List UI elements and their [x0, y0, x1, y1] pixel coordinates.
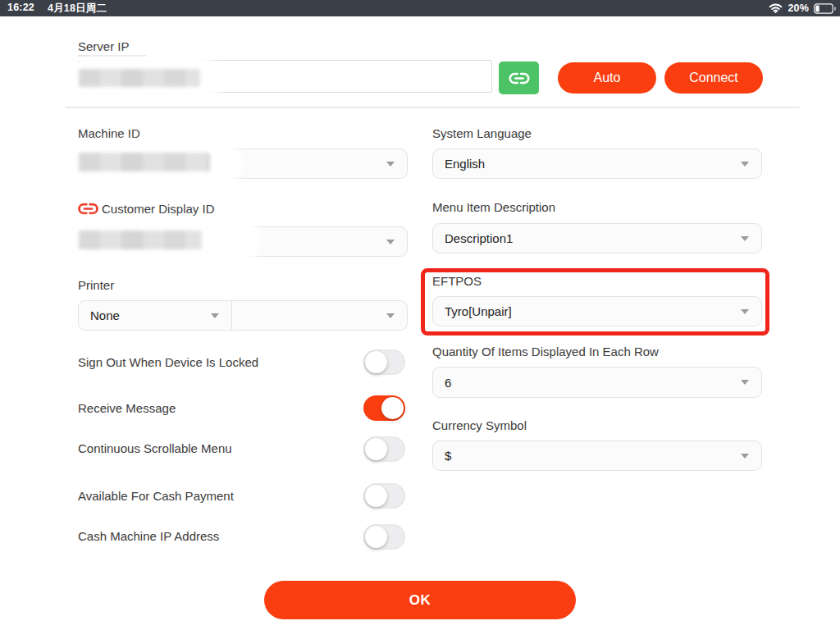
- toggle-receive-message[interactable]: [363, 395, 405, 421]
- chevron-down-icon: [386, 313, 395, 318]
- chevron-down-icon: [386, 240, 395, 244]
- toggle-available-for-cash-payment[interactable]: [363, 483, 405, 509]
- toggle-knob: [365, 485, 387, 507]
- toggle-label-cash-machine-ip-address: Cash Machine IP Address: [78, 529, 219, 544]
- currency-symbol-value: $: [433, 449, 451, 463]
- wifi-icon: [769, 3, 783, 13]
- printer-dropdown-group: None: [78, 300, 408, 331]
- printer-dropdown-right[interactable]: [232, 301, 407, 330]
- link-icon: [508, 71, 531, 85]
- toggle-sign-out[interactable]: [363, 349, 405, 375]
- status-bar: 16:22 4月18日周二 20%: [0, 0, 840, 16]
- ok-button[interactable]: OK: [264, 581, 576, 619]
- customer-display-id-label: Customer Display ID: [102, 202, 215, 217]
- quantity-per-row-label: Quantity Of Items Displayed In Each Row: [432, 345, 659, 359]
- status-time: 16:22: [7, 2, 34, 16]
- chevron-down-icon: [741, 162, 749, 167]
- status-date: 4月18日周二: [48, 2, 107, 16]
- toggle-knob: [365, 526, 387, 548]
- eftpos-label: EFTPOS: [432, 274, 482, 289]
- section-divider: [66, 107, 800, 108]
- chevron-down-icon: [741, 236, 749, 241]
- currency-symbol-label: Currency Symbol: [432, 418, 527, 433]
- menu-item-description-label: Menu Item Description: [432, 200, 555, 215]
- printer-value-left: None: [79, 308, 120, 322]
- chevron-down-icon: [741, 454, 749, 459]
- server-ip-label: Server IP: [78, 39, 130, 54]
- currency-symbol-dropdown[interactable]: $: [432, 441, 762, 471]
- settings-screen: 16:22 4月18日周二 20% Serve: [0, 0, 840, 630]
- menu-item-description-value: Description1: [433, 231, 513, 245]
- system-language-dropdown[interactable]: English: [432, 148, 762, 179]
- toggle-continuous-scrollable-menu[interactable]: [363, 436, 405, 462]
- toggle-knob: [381, 397, 404, 419]
- eftpos-dropdown[interactable]: Tyro[Unpair]: [432, 296, 762, 326]
- customer-display-link-icon: [77, 202, 99, 216]
- eftpos-value: Tyro[Unpair]: [433, 304, 512, 318]
- link-button[interactable]: [499, 62, 539, 94]
- printer-label: Printer: [78, 278, 114, 293]
- system-language-label: System Language: [432, 126, 532, 141]
- chevron-down-icon: [741, 309, 749, 314]
- toggle-label-available-for-cash-payment: Available For Cash Payment: [78, 489, 234, 504]
- chevron-down-icon: [211, 313, 219, 318]
- server-ip-redacted-value: [79, 69, 200, 87]
- toggle-label-receive-message: Receive Message: [78, 401, 176, 416]
- toggle-cash-machine-ip-address[interactable]: [363, 524, 405, 550]
- status-bar-right: 20%: [769, 2, 840, 14]
- status-bar-left: 16:22 4月18日周二: [0, 2, 107, 16]
- menu-item-description-dropdown[interactable]: Description1: [432, 223, 762, 253]
- battery-percent: 20%: [788, 2, 809, 14]
- toggle-label-continuous-scrollable-menu: Continuous Scrollable Menu: [78, 441, 232, 456]
- quantity-per-row-value: 6: [433, 376, 451, 390]
- chevron-down-icon: [741, 380, 749, 385]
- customer-display-redacted-value: [79, 231, 202, 249]
- auto-button[interactable]: Auto: [558, 62, 656, 94]
- machine-id-redacted-value: [79, 153, 210, 171]
- toggle-knob: [365, 438, 387, 460]
- chevron-down-icon: [386, 162, 395, 167]
- system-language-value: English: [433, 157, 485, 171]
- toggle-knob: [365, 351, 387, 373]
- quantity-per-row-dropdown[interactable]: 6: [432, 367, 762, 398]
- printer-dropdown-left[interactable]: None: [79, 301, 231, 330]
- connect-button[interactable]: Connect: [664, 62, 763, 94]
- battery-icon: [814, 3, 836, 14]
- toggle-label-sign-out: Sign Out When Device Is Locked: [78, 355, 258, 370]
- machine-id-label: Machine ID: [78, 126, 140, 141]
